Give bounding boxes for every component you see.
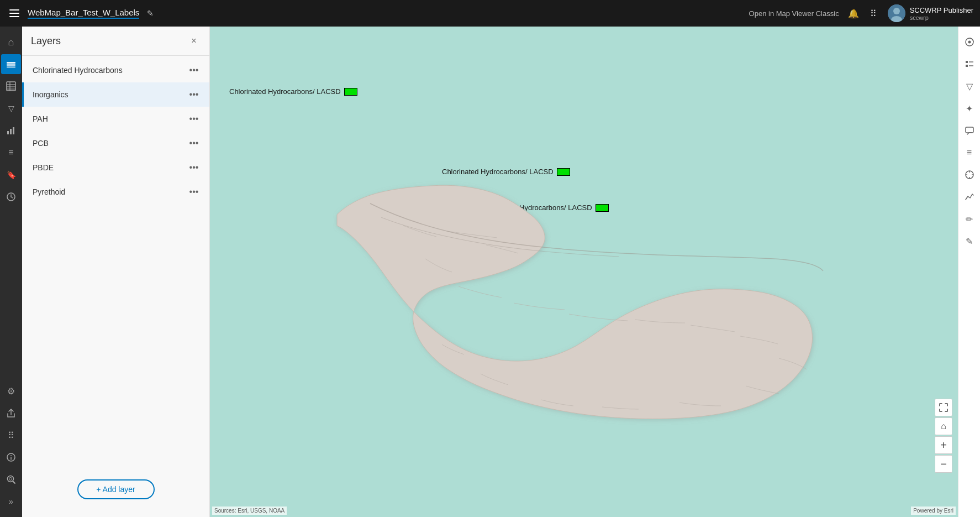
draw-icon-btn[interactable]: ✎ (960, 231, 979, 251)
svg-point-22 (9, 478, 12, 481)
main-content: ⌂ ▽ ≡ 🔖 (0, 27, 980, 517)
home-map-button[interactable]: ⌂ (935, 417, 952, 435)
bookmark-icon-btn[interactable]: 🔖 (1, 165, 21, 185)
snap-icon-btn[interactable]: ✦ (960, 98, 979, 118)
svg-line-16 (11, 197, 13, 198)
layers-icon-btn[interactable] (1, 54, 21, 74)
user-section[interactable]: SCCWRP Publisher sccwrp (888, 4, 973, 22)
chart-icon-btn[interactable] (1, 121, 21, 140)
map-label-text-2: Chlorinated Hydrocarbons/ LACSD (442, 168, 554, 176)
search-globe-icon-btn[interactable] (1, 469, 21, 489)
svg-point-18 (10, 455, 12, 456)
home-icon-btn[interactable]: ⌂ (1, 32, 21, 52)
popup-icon (965, 126, 974, 135)
grid-icon-btn[interactable]: ⠿ (1, 425, 21, 445)
avatar-image (888, 4, 905, 22)
svg-point-24 (968, 41, 971, 44)
edit-tool-icon-btn[interactable]: ✏ (960, 209, 979, 229)
layer-name-pcb: PCB (33, 139, 49, 148)
appearance-icon-btn[interactable] (960, 32, 979, 52)
title-underline (28, 18, 139, 19)
layer-name-pah: PAH (33, 114, 48, 123)
map-label-box-1 (344, 88, 357, 96)
layer-item-inorganics[interactable]: Inorganics ••• (22, 82, 209, 107)
svg-rect-6 (7, 82, 15, 91)
layers-panel-title: Layers (31, 35, 61, 47)
island-map (293, 148, 900, 480)
user-name: SCCWRP Publisher (910, 6, 973, 14)
chevron-double-right-icon-btn[interactable]: » (1, 492, 21, 511)
app-title: WebMap_Bar_Test_W_Labels (28, 8, 139, 17)
search-globe-icon (6, 474, 16, 484)
appearance-icon (965, 37, 974, 47)
hamburger-menu-button[interactable] (7, 9, 22, 17)
label-right-icon-btn[interactable]: ≡ (960, 143, 979, 163)
layer-more-inorganics[interactable]: ••• (187, 88, 201, 101)
svg-rect-12 (10, 129, 12, 134)
svg-rect-13 (13, 127, 14, 134)
left-icon-bar: ⌂ ▽ ≡ 🔖 (0, 27, 22, 517)
layer-name-pbde: PBDE (33, 163, 54, 172)
edit-title-icon[interactable]: ✎ (147, 9, 154, 18)
info-circle-icon-btn[interactable] (1, 447, 21, 467)
layer-more-pbde[interactable]: ••• (187, 161, 201, 174)
right-icon-bar: ▽ ✦ ≡ ✏ ✎ (958, 27, 980, 517)
top-bar-right: Open in Map Viewer Classic 🔔 ⠿ SCCWRP Pu… (749, 4, 973, 22)
layers-header: Layers × (22, 27, 209, 56)
map-label-text-1: Chlorinated Hydrocarbons/ LACSD (229, 87, 341, 96)
map-area[interactable]: Chlorinated Hydrocarbons/ LACSD Chlorina… (210, 27, 958, 517)
measure-icon-btn[interactable] (960, 165, 979, 185)
app-title-container: WebMap_Bar_Test_W_Labels (28, 8, 139, 19)
svg-rect-27 (966, 65, 968, 67)
table-icon (6, 81, 16, 91)
analytics-icon (965, 192, 974, 202)
filter-right-icon-btn[interactable]: ▽ (960, 76, 979, 96)
share-icon-btn[interactable] (1, 403, 21, 423)
svg-rect-4 (7, 64, 15, 66)
close-layers-button[interactable]: × (187, 34, 201, 48)
layer-more-pyrethoid[interactable]: ••• (187, 185, 201, 199)
top-bar-left: WebMap_Bar_Test_W_Labels ✎ (7, 8, 749, 19)
analytics-right-icon-btn[interactable] (960, 187, 979, 207)
legend-icon-btn[interactable] (960, 54, 979, 74)
list-icon-btn[interactable]: ≡ (1, 143, 21, 163)
apps-grid-icon[interactable]: ⠿ (868, 8, 879, 19)
layer-item-pcb[interactable]: PCB ••• (22, 131, 209, 155)
fullscreen-icon (939, 403, 948, 412)
legend-icon (965, 59, 974, 69)
table-icon-btn[interactable] (1, 76, 21, 96)
zoom-out-button[interactable]: − (935, 455, 952, 473)
svg-line-21 (13, 481, 15, 483)
svg-rect-11 (7, 131, 9, 134)
map-label-1: Chlorinated Hydrocarbons/ LACSD (229, 87, 357, 96)
avatar (888, 4, 905, 22)
layer-item-pah[interactable]: PAH ••• (22, 107, 209, 131)
filter-icon-btn[interactable]: ▽ (1, 98, 21, 118)
layers-icon (6, 59, 16, 69)
layer-more-pcb[interactable]: ••• (187, 137, 201, 150)
layer-item-chlorinated[interactable]: Chlorinated Hydrocarbons ••• (22, 58, 209, 82)
layer-more-pah[interactable]: ••• (187, 112, 201, 126)
layer-item-pyrethoid[interactable]: Pyrethoid ••• (22, 180, 209, 204)
map-label-box-3 (596, 204, 609, 212)
map-powered-by: Powered by Esri (911, 506, 956, 515)
zoom-in-button[interactable]: + (935, 436, 952, 454)
map-label-2: Chlorinated Hydrocarbons/ LACSD (442, 168, 570, 176)
layer-name-inorganics: Inorganics (33, 90, 69, 99)
layers-list: Chlorinated Hydrocarbons ••• Inorganics … (22, 56, 209, 466)
open-map-viewer-link[interactable]: Open in Map Viewer Classic (749, 9, 839, 18)
notification-icon[interactable]: 🔔 (848, 8, 859, 19)
share-icon (6, 408, 16, 418)
measure-icon (965, 170, 974, 180)
layer-more-chlorinated[interactable]: ••• (187, 64, 201, 77)
layer-item-pbde[interactable]: PBDE ••• (22, 155, 209, 180)
popup-icon-btn[interactable] (960, 121, 979, 140)
svg-rect-5 (7, 66, 15, 68)
fullscreen-button[interactable] (935, 399, 952, 416)
svg-point-1 (893, 8, 900, 14)
add-layer-button[interactable]: + Add layer (77, 479, 155, 499)
chart-icon (6, 126, 16, 135)
settings-icon-btn[interactable]: ⚙ (1, 381, 21, 401)
time-icon-btn[interactable] (1, 187, 21, 207)
svg-rect-3 (7, 62, 15, 64)
